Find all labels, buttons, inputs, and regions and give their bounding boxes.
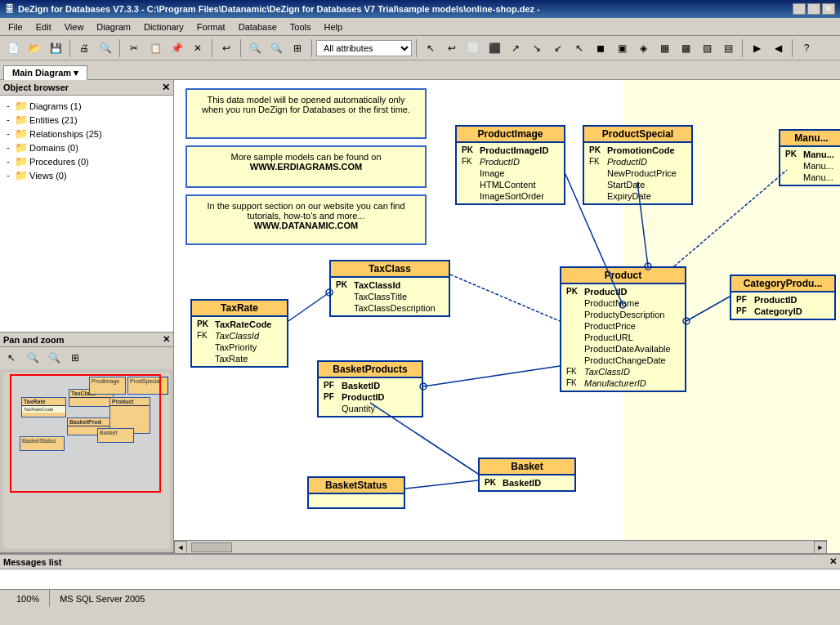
- tool-10[interactable]: ▣: [612, 39, 632, 57]
- tree-toggle[interactable]: -: [3, 129, 13, 138]
- tool-select[interactable]: ↖: [421, 39, 440, 57]
- mp-close-button[interactable]: ✕: [829, 556, 837, 567]
- pz-arrow[interactable]: ↖: [2, 349, 21, 367]
- folder-icon: 📁: [15, 100, 28, 112]
- scroll-right[interactable]: ►: [814, 541, 827, 554]
- copy-button[interactable]: 📋: [145, 39, 165, 57]
- tool-3[interactable]: ⬜: [463, 39, 483, 57]
- toolbar-separator-8: [792, 39, 793, 57]
- help-button[interactable]: ?: [797, 39, 816, 57]
- menu-edit[interactable]: Edit: [29, 20, 58, 33]
- field-pk-taxclassid: PK TaxClassId: [336, 279, 444, 291]
- tree-toggle[interactable]: -: [3, 157, 13, 166]
- tree-entities[interactable]: - 📁 Entities (21): [3, 113, 170, 127]
- entity-manufacturer[interactable]: Manu... PK Manu... Manu... Manu...: [779, 129, 840, 186]
- menu-view[interactable]: View: [58, 20, 91, 33]
- diagram-area[interactable]: ▲ ▼ Groupbox1 This data model will be op…: [174, 80, 840, 553]
- field-fk-productid: FK ProductID: [462, 156, 559, 167]
- entity-productimage[interactable]: ProductImage PK ProductImageID FK Produc…: [455, 125, 565, 205]
- pz-toolbar: ↖ 🔍 🔍 ⊞: [0, 347, 173, 369]
- tool-8[interactable]: ↖: [570, 39, 589, 57]
- messages-panel: Messages list ✕: [0, 553, 840, 589]
- tool-11[interactable]: ◈: [633, 39, 653, 57]
- tab-main-diagram[interactable]: Main Diagram ▾: [3, 65, 87, 80]
- tool-2[interactable]: ↩: [442, 39, 462, 57]
- open-button[interactable]: 📂: [25, 39, 44, 57]
- entity-categoryproduct-body: PF ProductID PF CategoryID: [731, 292, 834, 319]
- pz-title: Pan and zoom: [3, 335, 65, 345]
- pz-fit[interactable]: ⊞: [65, 349, 85, 367]
- paste-button[interactable]: 📌: [167, 39, 186, 57]
- pz-zoom-in[interactable]: 🔍: [23, 349, 42, 367]
- zoom-in-button[interactable]: 🔍: [245, 39, 265, 57]
- tree-toggle[interactable]: -: [3, 143, 13, 152]
- tree-views[interactable]: - 📁 Views (0): [3, 168, 170, 182]
- zoom-out-button[interactable]: 🔍: [266, 39, 286, 57]
- tree-relationships[interactable]: - 📁 Relationships (25): [3, 127, 170, 141]
- tree-toggle[interactable]: -: [3, 101, 13, 110]
- tool-14[interactable]: ▧: [697, 39, 717, 57]
- entity-product[interactable]: Product PK ProductID ProductName Produ: [560, 266, 686, 392]
- maximize-button[interactable]: □: [807, 3, 820, 15]
- menu-database[interactable]: Database: [232, 20, 284, 33]
- attributes-dropdown[interactable]: All attributes Primary keys only Keys on…: [316, 40, 412, 56]
- entity-basket[interactable]: Basket PK BasketID: [478, 458, 576, 492]
- new-button[interactable]: 📄: [3, 39, 23, 57]
- pz-close-button[interactable]: ✕: [163, 334, 170, 345]
- tree-diagrams-label: Diagrams (1): [29, 101, 82, 111]
- minimize-button[interactable]: _: [793, 3, 806, 15]
- tab-bar: Main Diagram ▾: [0, 60, 840, 80]
- entity-basketstatus[interactable]: BasketStatus: [307, 476, 405, 509]
- entity-basketstatus-header: BasketStatus: [309, 478, 404, 494]
- close-button[interactable]: ✕: [822, 3, 835, 15]
- pz-canvas[interactable]: TaxRate TaxRateCode TaxClass BasketProd …: [0, 369, 173, 552]
- field-pk-basketid: PK BasketID: [485, 477, 570, 489]
- entity-productspecial[interactable]: ProductSpecial PK PromotionCode FK Produ…: [583, 125, 693, 205]
- menu-tools[interactable]: Tools: [284, 20, 318, 33]
- object-browser: Object browser ✕ - 📁 Diagrams (1) - 📁 En…: [0, 80, 173, 333]
- tool-13[interactable]: ▩: [676, 39, 695, 57]
- print-preview-button[interactable]: 🔍: [96, 39, 115, 57]
- entity-taxrate[interactable]: TaxRate PK TaxRateCode FK TaxClassId Ta: [190, 299, 288, 368]
- h-scrollbar[interactable]: ◄ ►: [174, 540, 827, 553]
- tool-4[interactable]: ⬛: [485, 39, 504, 57]
- pz-zoom-out[interactable]: 🔍: [44, 349, 64, 367]
- tool-17[interactable]: ◀: [768, 39, 788, 57]
- tool-6[interactable]: ↘: [527, 39, 547, 57]
- title-bar: 🗄 DeZign for Databases V7.3.3 - C:\Progr…: [0, 0, 840, 18]
- tool-5[interactable]: ↗: [506, 39, 525, 57]
- menu-help[interactable]: Help: [317, 20, 349, 33]
- delete-button[interactable]: ✕: [188, 39, 208, 57]
- field-newprice: NewProductPrice: [589, 167, 686, 179]
- scroll-track-h[interactable]: [187, 542, 814, 553]
- entity-basketproducts[interactable]: BasketProducts PF BasketID PF ProductID: [317, 360, 423, 417]
- menu-diagram[interactable]: Diagram: [90, 20, 137, 33]
- menu-file[interactable]: File: [2, 20, 29, 33]
- cut-button[interactable]: ✂: [124, 39, 144, 57]
- tree-diagrams[interactable]: - 📁 Diagrams (1): [3, 99, 170, 113]
- menu-format[interactable]: Format: [190, 20, 232, 33]
- tool-15[interactable]: ▤: [718, 39, 738, 57]
- undo-button[interactable]: ↩: [217, 39, 236, 57]
- entity-taxclass[interactable]: TaxClass PK TaxClassId TaxClassTitle T: [329, 260, 450, 317]
- fit-button[interactable]: ⊞: [288, 39, 307, 57]
- print-button[interactable]: 🖨: [74, 39, 94, 57]
- tool-12[interactable]: ▦: [655, 39, 674, 57]
- menu-dictionary[interactable]: Dictionary: [137, 20, 190, 33]
- ob-close-button[interactable]: ✕: [162, 82, 170, 93]
- tree-procedures[interactable]: - 📁 Procedures (0): [3, 154, 170, 168]
- tree-domains[interactable]: - 📁 Domains (0): [3, 141, 170, 154]
- tree-toggle[interactable]: -: [3, 115, 13, 124]
- content-area: Object browser ✕ - 📁 Diagrams (1) - 📁 En…: [0, 80, 840, 553]
- save-button[interactable]: 💾: [46, 39, 65, 57]
- left-panel: Object browser ✕ - 📁 Diagrams (1) - 📁 En…: [0, 80, 174, 553]
- tool-16[interactable]: ▶: [747, 39, 766, 57]
- tree-toggle[interactable]: -: [3, 171, 13, 180]
- field-fk-prodid: FK ProductID: [589, 156, 686, 167]
- scroll-left[interactable]: ◄: [174, 541, 187, 554]
- tree-domains-label: Domains (0): [29, 143, 78, 153]
- tool-9[interactable]: ◼: [591, 39, 610, 57]
- entity-categoryproduct[interactable]: CategoryProdu... PF ProductID PF Categor…: [730, 275, 836, 320]
- status-bar: 100% MS SQL Server 2005: [0, 589, 840, 607]
- tool-7[interactable]: ↙: [548, 39, 568, 57]
